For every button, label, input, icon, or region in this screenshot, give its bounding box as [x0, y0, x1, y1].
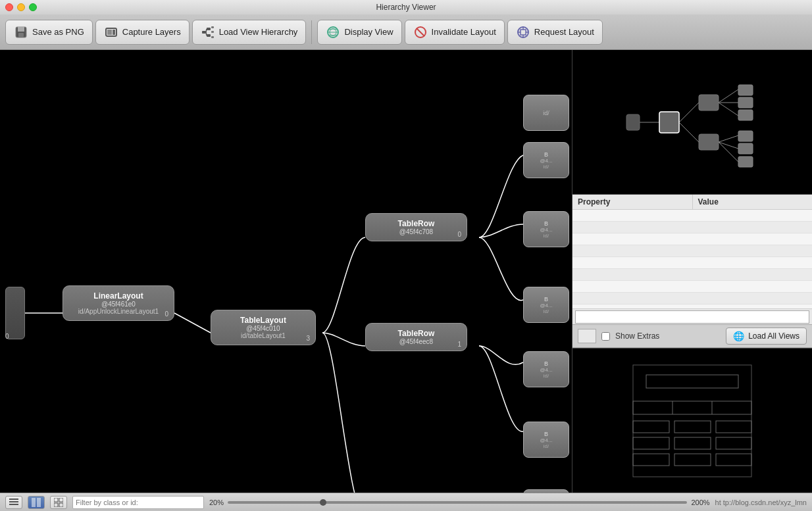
svg-line-18: [417, 28, 424, 36]
svg-line-33: [719, 135, 738, 142]
svg-rect-36: [626, 114, 640, 130]
svg-rect-57: [716, 437, 751, 449]
zoom-slider-area: 20% 200%: [209, 499, 710, 506]
svg-rect-52: [633, 421, 669, 433]
svg-rect-60: [716, 454, 751, 466]
list-icon: [9, 498, 18, 507]
grid-view-button[interactable]: [50, 496, 67, 509]
svg-rect-64: [32, 498, 36, 507]
prop-row: [572, 245, 812, 257]
table-layout-id: id/tableLayout1: [219, 332, 307, 339]
table-layout-count: 3: [306, 335, 310, 342]
table-row-1-class: TableRow: [374, 219, 459, 228]
svg-rect-53: [674, 421, 711, 433]
request-layout-label: Request Layout: [534, 27, 594, 37]
svg-rect-67: [59, 498, 63, 502]
grid-icon: [54, 498, 63, 507]
maximize-button[interactable]: [29, 3, 37, 11]
svg-rect-38: [699, 95, 719, 110]
display-view-button[interactable]: Display View: [317, 20, 401, 45]
capture-layers-button[interactable]: Capture Layers: [95, 20, 190, 45]
small-node-b6[interactable]: B @4... id/: [523, 489, 569, 493]
svg-rect-68: [54, 503, 58, 507]
globe-icon: 🌐: [733, 331, 744, 341]
linear-layout-node[interactable]: LinearLayout @45f461e0 id/AppUnlockLinea…: [63, 285, 174, 321]
show-extras-label: Show Extras: [615, 331, 659, 341]
canvas-area[interactable]: 0 LinearLayout @45f461e0 id/AppUnlockLin…: [0, 50, 572, 493]
filter-input[interactable]: [72, 496, 204, 509]
watermark: ht tp://blog.csdn.net/xyz_lmn: [715, 499, 807, 506]
table-row-2-class: TableRow: [374, 329, 459, 338]
save-png-button[interactable]: Save as PNG: [5, 20, 93, 45]
svg-rect-4: [107, 30, 112, 35]
svg-line-9: [206, 29, 207, 32]
linear-layout-count: 0: [165, 310, 168, 318]
svg-rect-42: [738, 110, 753, 120]
prop-row: [572, 222, 812, 233]
load-all-views-button[interactable]: 🌐 Load All Views: [726, 328, 807, 345]
properties-header: Property Value: [572, 195, 812, 210]
window-title: Hierarchy Viewer: [376, 3, 436, 12]
zoom-slider[interactable]: [228, 501, 687, 504]
wireframe-preview: [572, 348, 812, 493]
svg-rect-45: [738, 157, 753, 167]
prop-row: [572, 210, 812, 222]
list-view-button[interactable]: [5, 496, 22, 509]
svg-line-10: [206, 32, 207, 36]
invalidate-icon: [413, 25, 428, 39]
preview-diagram-svg: [620, 57, 765, 188]
small-node-b4[interactable]: B @4... id/: [523, 351, 569, 387]
table-layout-class: TableLayout: [219, 316, 307, 325]
right-panel: Property Value: [572, 50, 812, 493]
request-layout-button[interactable]: Request Layout: [507, 20, 603, 45]
small-node-b1[interactable]: B @4... id/: [523, 142, 569, 178]
small-node-b2[interactable]: B @4... id/: [523, 211, 569, 247]
svg-rect-65: [37, 498, 41, 507]
invalidate-layout-button[interactable]: Invalidate Layout: [405, 20, 505, 45]
svg-rect-59: [674, 454, 711, 466]
properties-panel: Property Value: [572, 195, 812, 324]
small-node-b3[interactable]: B @4... id/: [523, 287, 569, 323]
load-hierarchy-button[interactable]: Load View Hierarchy: [192, 20, 307, 45]
svg-rect-11: [211, 26, 214, 28]
properties-filter-input[interactable]: [575, 310, 809, 324]
save-icon: [14, 25, 28, 39]
table-row-1-count: 0: [457, 231, 461, 238]
table-layout-node[interactable]: TableLayout @45f4c010 id/tableLayout1 3: [211, 310, 316, 345]
svg-line-28: [679, 103, 699, 122]
prop-row: [572, 281, 812, 293]
prop-row: [572, 257, 812, 269]
table-row-1-node[interactable]: TableRow @45f4c708 0: [365, 213, 467, 241]
statusbar: 20% 200% ht tp://blog.csdn.net/xyz_lmn: [0, 493, 812, 511]
svg-rect-40: [738, 85, 753, 95]
svg-rect-6: [202, 31, 206, 34]
svg-rect-1: [18, 27, 24, 32]
minimize-button[interactable]: [17, 3, 25, 11]
svg-rect-20: [520, 30, 526, 35]
window-controls: [5, 3, 37, 11]
properties-rows[interactable]: [572, 210, 812, 308]
svg-rect-56: [674, 437, 711, 449]
zoom-min-label: 20%: [209, 499, 224, 506]
svg-rect-2: [18, 33, 24, 37]
svg-rect-12: [211, 31, 214, 33]
save-png-label: Save as PNG: [32, 27, 84, 37]
svg-line-26: [174, 313, 211, 333]
main-area: 0 LinearLayout @45f461e0 id/AppUnlockLin…: [0, 50, 812, 493]
svg-rect-48: [646, 375, 738, 388]
zoom-thumb[interactable]: [320, 499, 326, 506]
svg-rect-66: [54, 498, 58, 502]
show-extras-checkbox[interactable]: [601, 332, 610, 341]
svg-rect-54: [716, 421, 751, 433]
panel-view-button[interactable]: [28, 496, 45, 509]
root-node[interactable]: [5, 287, 25, 339]
load-hierarchy-label: Load View Hierarchy: [219, 27, 298, 37]
small-node-b5[interactable]: B @4... id/: [523, 422, 569, 458]
small-node-top[interactable]: id/: [523, 95, 569, 131]
table-row-2-count: 1: [457, 341, 461, 348]
close-button[interactable]: [5, 3, 13, 11]
display-view-label: Display View: [344, 27, 393, 37]
table-row-2-node[interactable]: TableRow @45f4eec8 1: [365, 323, 467, 351]
titlebar: Hierarchy Viewer: [0, 0, 812, 14]
root-count: 0: [5, 333, 9, 340]
